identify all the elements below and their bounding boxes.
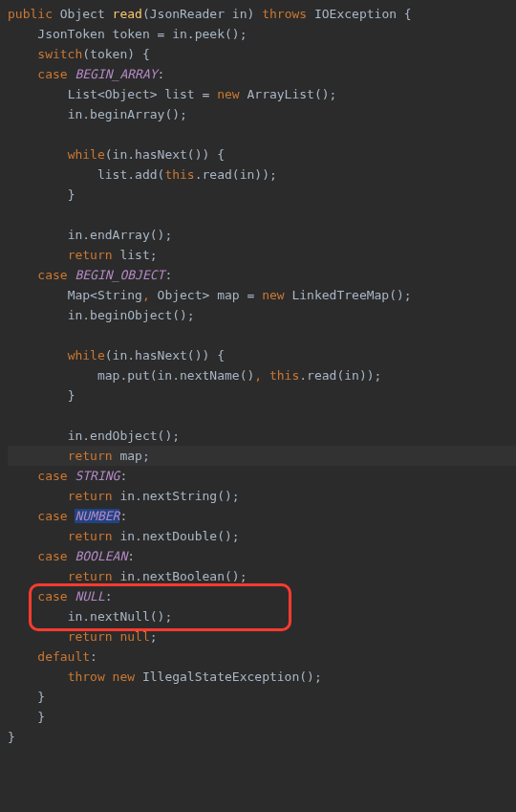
semicolon: (); bbox=[150, 228, 172, 242]
semicolon: (); bbox=[225, 27, 247, 41]
dot: . bbox=[187, 27, 195, 41]
ctor-illegalstate: IllegalStateException(); bbox=[142, 669, 322, 684]
const-begin-object: BEGIN_OBJECT bbox=[75, 268, 164, 282]
brace-close: } bbox=[37, 710, 45, 724]
keyword-while: while bbox=[68, 348, 105, 362]
brace-close: } bbox=[37, 690, 45, 704]
call-listadd: list.add( bbox=[97, 167, 164, 182]
keyword-while: while bbox=[68, 147, 105, 162]
keyword-throw-new: throw new bbox=[68, 669, 142, 684]
paren-open: ( bbox=[142, 7, 150, 21]
const-boolean: BOOLEAN bbox=[75, 549, 127, 563]
keyword-new: new bbox=[262, 288, 291, 302]
keyword-throws: throws bbox=[262, 7, 307, 21]
var-in: in bbox=[68, 428, 83, 443]
semicolon: ; bbox=[150, 629, 158, 644]
ret-list: list; bbox=[119, 248, 157, 262]
brace-close: } bbox=[68, 187, 75, 202]
dot: . bbox=[82, 308, 90, 322]
brace-close: } bbox=[8, 730, 15, 744]
dot: . bbox=[82, 107, 90, 121]
const-string: STRING bbox=[75, 469, 119, 483]
call-read: .read(in)); bbox=[299, 368, 381, 383]
call-endarray: endArray bbox=[90, 228, 150, 242]
colon: : bbox=[158, 67, 165, 81]
equals: = bbox=[203, 87, 218, 101]
param-type: JsonReader bbox=[150, 7, 225, 21]
decl-list: List<Object> list bbox=[68, 87, 203, 101]
code-block[interactable]: public Object read(JsonReader in) throws… bbox=[0, 0, 516, 747]
call-mapput: map.put(in.nextName() bbox=[97, 368, 254, 383]
const-number-selected: NUMBER bbox=[75, 509, 119, 523]
ctor-arraylist: ArrayList(); bbox=[247, 87, 336, 101]
keyword-default: default bbox=[37, 649, 90, 664]
comma: , bbox=[254, 368, 269, 383]
keyword-return: return bbox=[68, 248, 120, 262]
colon: : bbox=[119, 469, 127, 483]
keyword-public: public bbox=[8, 7, 53, 21]
decl: JsonToken token bbox=[37, 27, 157, 41]
paren-close: ) bbox=[247, 7, 255, 21]
const-begin-array: BEGIN_ARRAY bbox=[75, 67, 157, 81]
param-name: in bbox=[232, 7, 247, 21]
brace-close: } bbox=[68, 388, 75, 403]
colon: : bbox=[164, 268, 172, 282]
keyword-return: return bbox=[68, 529, 120, 543]
colon: : bbox=[90, 649, 97, 664]
ctor-linkedtreemap: LinkedTreeMap(); bbox=[291, 288, 411, 302]
comma: , bbox=[142, 288, 158, 302]
call-nextnull: nextNull bbox=[90, 609, 150, 624]
keyword-return: return bbox=[68, 569, 120, 583]
keyword-this: this bbox=[269, 368, 299, 383]
colon: : bbox=[105, 589, 113, 604]
dot: . bbox=[82, 609, 90, 624]
colon: : bbox=[127, 549, 135, 563]
exception-type: IOException bbox=[314, 7, 397, 21]
var-in: in bbox=[68, 107, 83, 121]
keyword-this: this bbox=[164, 167, 194, 182]
while-cond: (in.hasNext()) { bbox=[105, 348, 225, 362]
decl-map-a: Map<String bbox=[68, 288, 142, 302]
var-in: in bbox=[68, 228, 83, 242]
keyword-case: case bbox=[37, 509, 75, 523]
method-name: read bbox=[113, 7, 142, 21]
brace-open: { bbox=[397, 7, 412, 21]
current-line-highlight: return map; bbox=[8, 446, 516, 466]
ret-nextstring: in.nextString(); bbox=[119, 489, 239, 503]
keyword-case: case bbox=[37, 67, 75, 81]
keyword-return-null: return null bbox=[68, 629, 150, 644]
const-null: NULL bbox=[75, 589, 104, 604]
keyword-new: new bbox=[217, 87, 247, 101]
call-endobject: endObject bbox=[90, 428, 157, 443]
var-in: in bbox=[172, 27, 187, 41]
dot: . bbox=[82, 428, 90, 443]
editor-viewport: public Object read(JsonReader in) throws… bbox=[0, 0, 516, 812]
keyword-return: return bbox=[68, 449, 120, 463]
keyword-return: return bbox=[68, 489, 120, 503]
keyword-switch: switch bbox=[37, 47, 82, 61]
semicolon: (); bbox=[158, 428, 180, 443]
semicolon: (); bbox=[164, 107, 186, 121]
call-beginarray: beginArray bbox=[90, 107, 164, 121]
decl-map-b: Object> map bbox=[158, 288, 247, 302]
ret-map: map; bbox=[119, 449, 149, 463]
dot: . bbox=[82, 228, 90, 242]
semicolon: (); bbox=[150, 609, 172, 624]
keyword-case: case bbox=[37, 589, 75, 604]
equals: = bbox=[247, 288, 262, 302]
ret-nextdouble: in.nextDouble(); bbox=[119, 529, 239, 543]
keyword-case: case bbox=[37, 268, 75, 282]
keyword-case: case bbox=[37, 469, 75, 483]
equals: = bbox=[158, 27, 173, 41]
while-cond: (in.hasNext()) { bbox=[105, 147, 225, 162]
call-read: .read(in)); bbox=[195, 167, 277, 182]
call-peek: peek bbox=[195, 27, 225, 41]
var-in: in bbox=[68, 308, 83, 322]
ret-nextboolean: in.nextBoolean(); bbox=[119, 569, 247, 583]
call-beginobject: beginObject bbox=[90, 308, 172, 322]
var-in: in bbox=[68, 609, 83, 624]
colon: : bbox=[119, 509, 127, 523]
switch-cond: (token) { bbox=[82, 47, 149, 61]
return-type: Object bbox=[60, 7, 105, 21]
semicolon: (); bbox=[172, 308, 194, 322]
